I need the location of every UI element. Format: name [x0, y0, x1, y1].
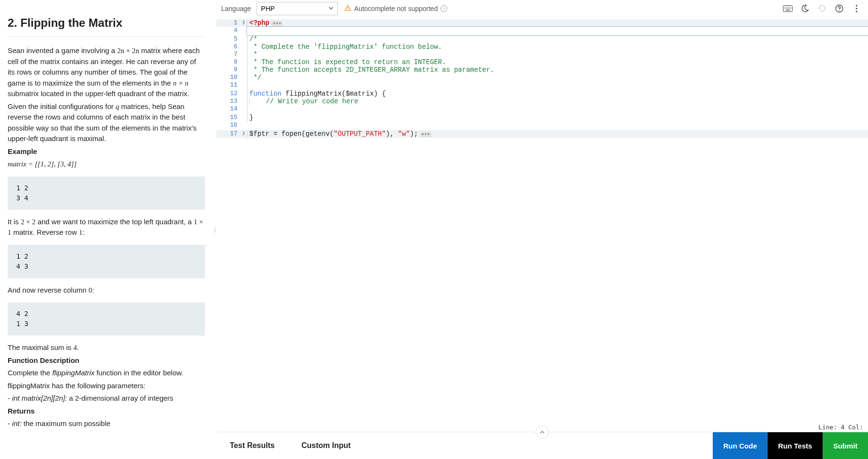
- line-number: 7: [216, 51, 240, 58]
- code-token: * The function is expected to return an …: [249, 58, 446, 66]
- text: .: [77, 343, 79, 351]
- code-line[interactable]: 7 *: [216, 51, 868, 58]
- text: submatrix located in the upper-left quad…: [8, 89, 189, 98]
- line-number: 10: [216, 74, 240, 81]
- svg-point-17: [856, 8, 857, 10]
- run-code-button[interactable]: Run Code: [713, 432, 768, 459]
- code-line[interactable]: 16: [216, 121, 868, 130]
- code-line[interactable]: 5/*: [216, 35, 868, 43]
- bottom-bar: Test Results Custom Input Run Code Run T…: [216, 432, 868, 459]
- language-label: Language: [221, 5, 251, 12]
- example-heading: Example: [8, 147, 37, 155]
- text: and we want to maximize the top left qua…: [35, 218, 193, 226]
- info-icon[interactable]: i: [440, 5, 447, 12]
- code-token: <?php: [249, 19, 269, 27]
- help-icon[interactable]: [833, 2, 846, 15]
- code-line[interactable]: 12function flippingMatrix($matrix) {: [216, 90, 868, 98]
- theme-toggle-icon[interactable]: [798, 2, 812, 15]
- code-token: );: [410, 130, 418, 138]
- warning-icon: [344, 5, 351, 13]
- code-token: * The function accepts 2D_INTEGER_ARRAY …: [249, 66, 494, 74]
- svg-point-1: [348, 9, 348, 10]
- svg-point-5: [787, 7, 788, 8]
- code-editor[interactable]: 1 ❯ <?php••• 4 5/* 6 * Complete the 'fli…: [216, 19, 868, 432]
- code-token: }: [249, 114, 253, 121]
- code-line[interactable]: 10 */: [216, 74, 868, 81]
- code-token: $fptr = fopen(getenv(: [249, 130, 333, 138]
- problem-panel: 2. Flipping the Matrix Sean invented a g…: [0, 0, 213, 459]
- svg-point-15: [839, 10, 840, 11]
- text: function in the editor below.: [95, 369, 183, 377]
- text: :: [92, 286, 94, 294]
- svg-point-10: [787, 8, 788, 9]
- math-expr: 0: [88, 286, 92, 294]
- code-line-active[interactable]: 4: [216, 27, 868, 35]
- tab-custom-input[interactable]: Custom Input: [288, 433, 364, 459]
- code-line[interactable]: 1 ❯ <?php•••: [216, 19, 868, 27]
- code-token: *: [249, 51, 257, 58]
- line-number: 11: [216, 81, 240, 88]
- returns-heading: Returns: [8, 407, 35, 415]
- language-select[interactable]: [257, 2, 338, 15]
- more-menu-icon[interactable]: [850, 2, 863, 15]
- collapse-panel-button[interactable]: [536, 426, 549, 439]
- svg-point-11: [789, 8, 790, 9]
- code-token: ($matrix) {: [342, 90, 386, 98]
- code-token: /*: [249, 35, 257, 43]
- math-expr: matrix = [[1, 2], [3, 4]]: [8, 160, 76, 168]
- svg-point-16: [856, 5, 857, 7]
- function-name: flippingMatrix: [52, 369, 94, 377]
- text: The maximal sum is: [8, 343, 74, 351]
- fold-toggle-icon[interactable]: ❯: [240, 130, 247, 136]
- tab-test-results[interactable]: Test Results: [216, 433, 288, 459]
- text: Given the initial configurations for: [8, 102, 116, 110]
- math-expr: 1: [79, 229, 83, 236]
- text: flippingMatrix has the following paramet…: [8, 381, 205, 392]
- problem-description: Sean invented a game involving a 2n × 2n…: [8, 37, 205, 429]
- panel-resizer[interactable]: ⋮⋮⋮: [213, 0, 216, 459]
- code-line[interactable]: 11: [216, 81, 868, 90]
- code-token: // Write your code here: [250, 98, 358, 105]
- text: Sean invented a game involving a: [8, 46, 117, 55]
- svg-point-3: [784, 7, 785, 8]
- math-expr: 4: [74, 344, 77, 351]
- fold-ellipsis-icon: •••: [420, 132, 431, 137]
- editor-panel: Language Autocomplete not supported i: [216, 0, 868, 459]
- svg-point-4: [786, 7, 787, 8]
- line-number: 5: [216, 35, 240, 43]
- math-expr: 2 × 2: [21, 218, 36, 226]
- line-number: 8: [216, 58, 240, 66]
- code-token: "OUTPUT_PATH": [333, 130, 386, 138]
- code-line[interactable]: 6 * Complete the 'flippingMatrix' functi…: [216, 43, 868, 51]
- editor-toolbar: Language Autocomplete not supported i: [216, 0, 868, 19]
- problem-title: 2. Flipping the Matrix: [8, 8, 205, 37]
- fold-toggle-icon[interactable]: ❯: [240, 19, 247, 25]
- math-expr: 2n × 2n: [117, 47, 139, 55]
- code-line[interactable]: 8 * The function is expected to return a…: [216, 58, 868, 66]
- line-number: 17: [216, 130, 240, 137]
- text: Complete the: [8, 369, 52, 377]
- text: It is: [8, 218, 21, 226]
- code-line[interactable]: 14: [216, 105, 868, 114]
- code-line[interactable]: 17 ❯ $fptr = fopen(getenv("OUTPUT_PATH")…: [216, 130, 868, 138]
- function-description-heading: Function Description: [8, 356, 79, 364]
- submit-button[interactable]: Submit: [823, 432, 868, 459]
- text: matrix. Reverse row: [11, 228, 79, 236]
- text: a 2-dimensional array of integers: [67, 394, 173, 402]
- code-line[interactable]: 13 // Write your code here: [216, 98, 868, 105]
- autocomplete-warning: Autocomplete not supported i: [344, 5, 447, 13]
- fold-ellipsis-icon: •••: [271, 21, 283, 26]
- line-number: 12: [216, 90, 240, 97]
- code-line[interactable]: 15}: [216, 114, 868, 121]
- svg-point-6: [789, 7, 790, 8]
- svg-point-8: [784, 8, 785, 9]
- reset-icon[interactable]: [815, 2, 829, 15]
- text: And now reverse column: [8, 286, 88, 294]
- text: the maximum sum possible: [21, 419, 110, 427]
- keyboard-icon[interactable]: [781, 2, 794, 15]
- run-tests-button[interactable]: Run Tests: [768, 432, 823, 459]
- svg-point-7: [790, 7, 791, 8]
- language-select-wrap: [257, 2, 338, 15]
- code-token: * Complete the 'flippingMatrix' function…: [249, 43, 442, 51]
- code-line[interactable]: 9 * The function accepts 2D_INTEGER_ARRA…: [216, 66, 868, 74]
